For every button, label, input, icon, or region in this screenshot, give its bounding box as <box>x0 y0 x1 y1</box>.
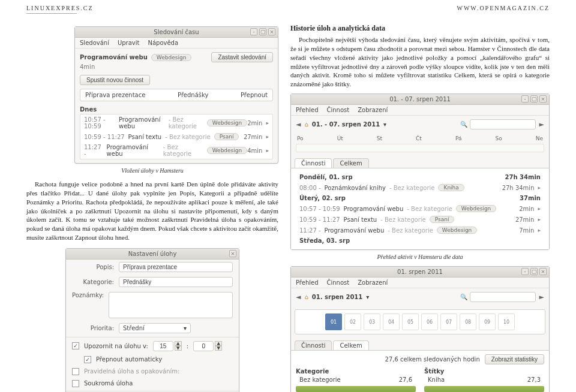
cal-day[interactable]: 03 <box>364 313 380 330</box>
minute-input[interactable] <box>193 341 214 351</box>
activity-row[interactable]: 11:27 - Programování webu - Bez kategori… <box>296 225 544 236</box>
home-icon[interactable]: ⌂ <box>304 294 308 300</box>
close-icon[interactable]: × <box>229 250 236 257</box>
article-paragraph: Rachota funguje velice podobně a hned na… <box>26 180 278 242</box>
bar <box>296 386 416 392</box>
cal-day[interactable]: 09 <box>479 313 496 330</box>
label-poznamky: Poznámky: <box>72 292 104 298</box>
tab-activities[interactable]: Činnosti <box>295 158 332 168</box>
chk-pravidelna[interactable] <box>72 368 79 375</box>
hamster-overview-window: 01. - 07. srpen 2011 -▢× Přehled Činnost… <box>290 94 550 250</box>
menu-item[interactable]: Upravit <box>118 40 140 46</box>
priorita-select[interactable]: Střední▾ <box>119 323 191 333</box>
calendar-strip[interactable]: 01020304050607080910 <box>295 309 545 334</box>
close-icon[interactable]: × <box>539 95 547 102</box>
col-lectures: Přednášky <box>178 92 208 98</box>
chk-label: Přepnout automaticky <box>96 356 162 363</box>
tab[interactable]: Zobrazení <box>358 279 388 286</box>
cal-day[interactable]: 05 <box>402 313 419 330</box>
day-group: Středa, 03. srp <box>296 236 544 246</box>
search-input[interactable] <box>470 292 536 302</box>
popis-input[interactable] <box>119 262 233 272</box>
cal-day[interactable]: 04 <box>383 313 400 330</box>
tab[interactable]: Činnost <box>327 279 350 286</box>
chk-prepnout[interactable] <box>84 356 91 363</box>
tab-total[interactable]: Celkem <box>333 340 368 350</box>
activity-row[interactable]: 10:59 - 11:27 Psaní textu - Bez kategori… <box>80 131 272 142</box>
date-range[interactable]: 01. - 07. srpen 2011 <box>312 121 380 128</box>
play-icon[interactable]: ▸ <box>538 206 541 212</box>
chk-upozornit[interactable] <box>72 342 79 349</box>
stop-tracking-button[interactable]: Zastavit sledování <box>211 52 273 62</box>
play-icon[interactable]: ▸ <box>266 134 269 140</box>
date-range[interactable]: 01. srpen 2011 <box>312 294 362 300</box>
next-icon[interactable]: ► <box>539 120 544 128</box>
current-activity: Programování webu <box>80 54 148 61</box>
tab[interactable]: Přehled <box>296 107 319 113</box>
search-icon: 🔍 <box>460 121 467 128</box>
article-paragraph: Pochopitelně největší výhoda sledování č… <box>290 35 550 89</box>
total-hours-label: 27,6 celkem sledovaných hodin <box>385 356 480 363</box>
max-icon[interactable]: ▢ <box>530 95 538 102</box>
cal-day[interactable]: 06 <box>421 313 438 330</box>
bar <box>424 386 544 392</box>
activity-row[interactable]: 11:27 - Programování webu - Bez kategori… <box>80 142 272 159</box>
cal-day[interactable]: 01 <box>325 313 342 330</box>
prev-icon[interactable]: ◄ <box>296 293 301 301</box>
play-icon[interactable]: ▸ <box>538 185 541 191</box>
tab[interactable]: Přehled <box>296 279 319 286</box>
start-new-button[interactable]: Spustit novou činnost <box>80 75 150 85</box>
header-left: LINUXEXPRES.CZ <box>26 5 94 11</box>
chevron-down-icon[interactable]: ▾ <box>383 121 386 128</box>
category-heading: Kategorie <box>296 368 416 375</box>
min-icon[interactable]: - <box>521 268 529 275</box>
activity-row[interactable]: 10:57 - 10:59 Programování webu - Bez ka… <box>296 203 544 214</box>
search-input[interactable] <box>470 119 536 129</box>
play-icon[interactable]: ▸ <box>266 147 269 153</box>
article-heading: Historie úloh a analytická data <box>290 24 550 33</box>
label-kategorie: Kategorie: <box>72 279 114 285</box>
spin-down-icon[interactable]: ▼ <box>175 346 182 351</box>
poznamky-textarea[interactable] <box>109 292 233 318</box>
search-icon: 🔍 <box>460 294 467 300</box>
menu-item[interactable]: Nápověda <box>148 40 178 46</box>
play-icon[interactable]: ▸ <box>538 227 541 233</box>
chk-label: Upozornit na úlohu v: <box>84 343 148 349</box>
home-icon[interactable]: ⌂ <box>304 121 308 128</box>
tab[interactable]: Zobrazení <box>358 107 388 113</box>
tab-activities[interactable]: Činnosti <box>295 340 332 350</box>
close-icon[interactable]: × <box>268 28 275 35</box>
cal-day[interactable]: 08 <box>460 313 476 330</box>
max-icon[interactable]: ▢ <box>530 268 538 275</box>
play-icon[interactable]: ▸ <box>266 120 269 126</box>
cal-day[interactable]: 07 <box>440 313 457 330</box>
min-icon[interactable]: - <box>250 28 257 35</box>
spin-up-icon[interactable]: ▲ <box>175 341 182 346</box>
min-icon[interactable]: - <box>521 95 529 102</box>
chk-soukroma[interactable] <box>72 380 79 387</box>
switch-label[interactable]: Přepnout <box>241 92 268 98</box>
prev-icon[interactable]: ◄ <box>296 120 301 128</box>
activity-row[interactable]: 08:00 - Poznámkování knihy - Bez kategor… <box>296 182 544 193</box>
tab-total[interactable]: Celkem <box>333 158 368 168</box>
play-icon[interactable]: ▸ <box>538 216 541 222</box>
kategorie-input[interactable] <box>119 277 233 287</box>
max-icon[interactable]: ▢ <box>259 28 266 35</box>
hour-input[interactable] <box>153 341 173 351</box>
menu-item[interactable]: Sledování <box>80 40 109 46</box>
chevron-down-icon[interactable]: ▾ <box>366 294 369 300</box>
window-title: Nastavení úlohy <box>128 251 177 257</box>
week-chart <box>296 144 544 152</box>
stat-row: Kniha27,3 <box>424 375 544 385</box>
spin-down-icon[interactable]: ▼ <box>215 346 222 351</box>
cal-day[interactable]: 02 <box>344 313 361 330</box>
cal-day[interactable]: 10 <box>498 313 515 330</box>
tab[interactable]: Činnost <box>327 107 350 113</box>
close-icon[interactable]: × <box>539 268 547 275</box>
spin-up-icon[interactable]: ▲ <box>215 341 222 346</box>
next-icon[interactable]: ► <box>539 293 544 301</box>
activity-row[interactable]: 10:59 - 11:27 Psaní textu - Bez kategori… <box>296 214 544 225</box>
show-stats-button[interactable]: Zobrazit statistiky <box>485 354 544 364</box>
chk-label: Soukromá úloha <box>84 380 133 387</box>
activity-row[interactable]: 10:57 - 10:59 Programování webu - Bez ka… <box>80 114 272 131</box>
